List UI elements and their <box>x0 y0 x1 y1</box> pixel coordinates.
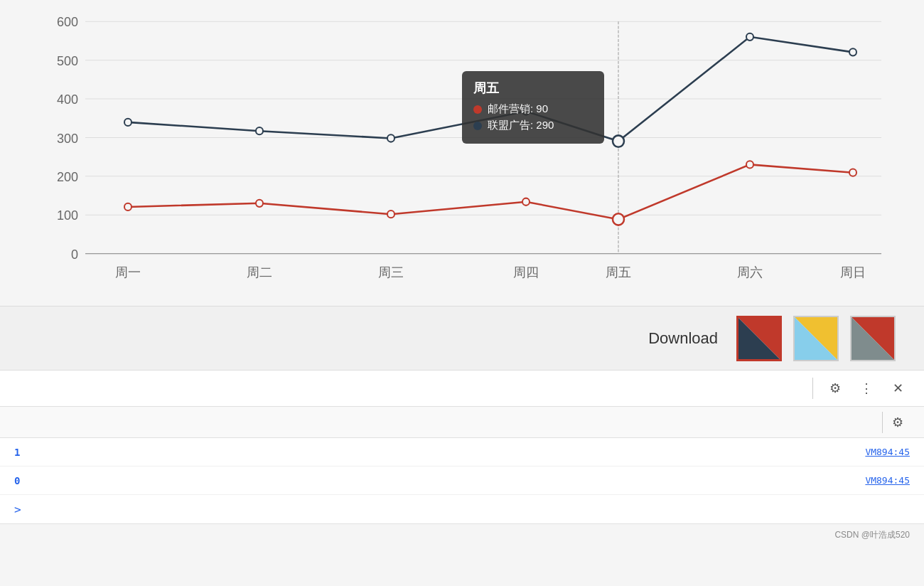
gear-button[interactable]: ⚙ <box>823 376 847 400</box>
theme-grey-red-button[interactable] <box>850 316 896 361</box>
svg-text:周一: 周一 <box>115 265 141 279</box>
svg-point-29 <box>849 48 856 55</box>
chart-area: 0 100 200 300 400 500 600 周一 周二 周三 周四 周五… <box>0 0 924 306</box>
svg-text:周四: 周四 <box>513 265 539 279</box>
toolbar-separator <box>812 378 813 399</box>
svg-point-30 <box>124 203 131 211</box>
svg-text:300: 300 <box>57 130 78 145</box>
svg-point-35 <box>746 161 753 168</box>
code-area: 1 VM894:45 0 VM894:45 > <box>0 438 924 523</box>
code-line-1: 1 VM894:45 <box>0 438 924 467</box>
svg-point-32 <box>387 211 394 218</box>
code-line-2: 0 VM894:45 <box>0 467 924 495</box>
svg-point-27 <box>613 135 624 146</box>
footer-text: CSDN @叶浩成520 <box>834 529 910 541</box>
chart-container: 0 100 200 300 400 500 600 周一 周二 周三 周四 周五… <box>43 14 896 292</box>
svg-text:200: 200 <box>57 169 78 184</box>
prompt-symbol: > <box>14 503 21 516</box>
svg-point-26 <box>522 107 530 114</box>
svg-text:600: 600 <box>57 14 78 29</box>
svg-text:周六: 周六 <box>737 265 763 279</box>
svg-point-25 <box>387 134 394 142</box>
download-label: Download <box>648 329 718 348</box>
svg-text:周五: 周五 <box>606 265 631 279</box>
download-bar: Download <box>0 306 924 370</box>
svg-point-28 <box>746 33 753 41</box>
second-toolbar-separator <box>882 412 883 433</box>
svg-point-23 <box>124 119 131 126</box>
line-number-1: 1 <box>14 447 36 458</box>
theme-yellow-blue-button[interactable] <box>793 316 839 361</box>
line-number-2: 0 <box>14 475 36 486</box>
theme-dark-red-button[interactable] <box>736 316 782 361</box>
svg-text:0: 0 <box>71 247 78 262</box>
svg-point-36 <box>849 169 856 176</box>
console-prompt[interactable]: > <box>0 495 924 523</box>
svg-text:周日: 周日 <box>840 265 866 279</box>
second-gear-button[interactable]: ⚙ <box>886 410 910 435</box>
svg-text:周三: 周三 <box>378 265 404 279</box>
svg-text:周二: 周二 <box>247 265 272 279</box>
svg-point-24 <box>256 127 263 134</box>
line-chart: 0 100 200 300 400 500 600 周一 周二 周三 周四 周五… <box>43 14 896 292</box>
more-button[interactable]: ⋮ <box>854 376 879 400</box>
line-ref-1[interactable]: VM894:45 <box>865 447 924 457</box>
toolbar-bar: ⚙ ⋮ ✕ <box>0 370 924 407</box>
second-toolbar: ⚙ <box>0 407 924 438</box>
svg-text:100: 100 <box>57 208 78 223</box>
svg-point-33 <box>522 198 530 206</box>
footer-bar: CSDN @叶浩成520 <box>0 523 924 546</box>
svg-point-31 <box>256 200 263 207</box>
svg-text:400: 400 <box>57 92 78 107</box>
svg-text:500: 500 <box>57 53 78 68</box>
svg-point-34 <box>613 213 624 225</box>
line-ref-2[interactable]: VM894:45 <box>865 475 924 486</box>
close-button[interactable]: ✕ <box>886 376 910 400</box>
